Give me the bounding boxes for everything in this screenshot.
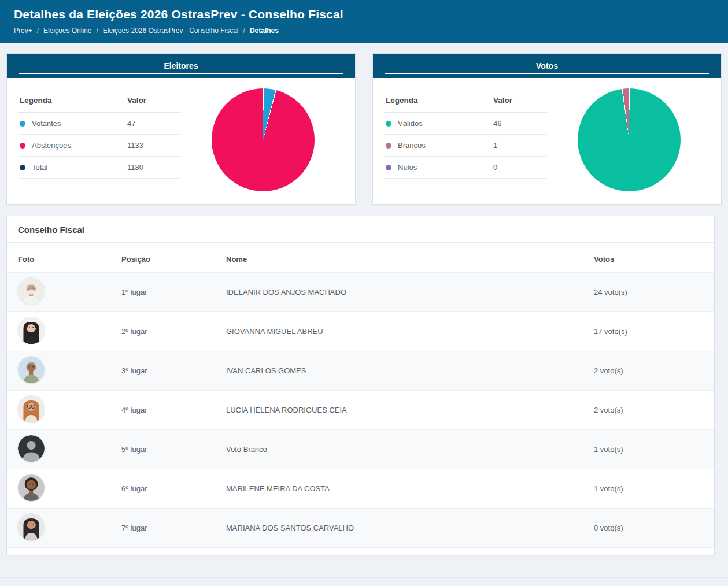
legend-label: Abstenções (32, 141, 71, 150)
legend-row: Abstenções 1133 (18, 135, 181, 157)
table-row: 4º lugar LUCIA HELENA RODRIGUES CEIA 2 v… (7, 391, 714, 430)
votos-card-body: Legenda Valor Válidos 46 Brancos 1 Nulos… (373, 78, 721, 204)
breadcrumb-separator: / (96, 27, 98, 35)
results-table: Foto Posição Nome Votos 1º lugar IDELANI… (7, 243, 714, 548)
votes-cell: 2 voto(s) (589, 351, 714, 391)
column-header-nome: Nome (221, 243, 589, 273)
table-row: 5º lugar Voto Branco 1 voto(s) (7, 430, 714, 469)
legend-color-dot (20, 143, 25, 149)
position-cell: 1º lugar (117, 273, 221, 312)
breadcrumb-item[interactable]: Eleições 2026 OstrasPrev - Conselho Fisc… (103, 27, 239, 35)
legend-row: Brancos 1 (384, 135, 547, 157)
candidate-photo (18, 317, 45, 344)
name-cell: GIOVANNA MIGUEL ABREU (221, 312, 589, 351)
votos-card-header: Votos (373, 54, 721, 78)
name-cell: Voto Branco (221, 430, 589, 469)
legend-row: Total 1180 (18, 157, 181, 179)
candidate-photo (18, 514, 45, 540)
candidate-photo (18, 396, 45, 422)
eleitores-card-title: Eleitores (164, 61, 198, 71)
legend-row: Válidos 46 (384, 113, 547, 135)
legend-row: Nulos 0 (384, 157, 547, 179)
legend-column-label: Legenda (20, 96, 127, 105)
candidate-photo (18, 435, 45, 462)
votes-cell: 0 voto(s) (589, 509, 714, 548)
eleitores-card: Eleitores Legenda Valor Votantes 47 Abst… (6, 53, 356, 205)
candidate-photo (18, 278, 45, 305)
eleitores-pie-chart (212, 88, 315, 191)
legend-color-dot (20, 121, 25, 127)
eleitores-legend: Legenda Valor Votantes 47 Abstenções 113… (18, 91, 181, 191)
name-cell: MARIANA DOS SANTOS CARVALHO (221, 509, 589, 548)
votos-legend-rows: Válidos 46 Brancos 1 Nulos 0 (384, 113, 547, 179)
name-cell: IVAN CARLOS GOMES (221, 351, 589, 391)
candidate-photo (18, 357, 45, 383)
summary-cards-row: Eleitores Legenda Valor Votantes 47 Abst… (6, 53, 722, 205)
votes-cell: 17 voto(s) (589, 312, 714, 351)
breadcrumb: Prev+/Eleições Online/Eleições 2026 Ostr… (14, 27, 714, 35)
app-footer: 3PREV Gestão Previdenciária - v1.2.3 (0, 577, 728, 586)
legend-label: Votantes (32, 119, 61, 128)
votes-cell: 2 voto(s) (589, 391, 714, 430)
votos-pie-area (547, 88, 711, 191)
table-row: 1º lugar IDELANIR DOS ANJOS MACHADO 24 v… (7, 273, 714, 312)
breadcrumb-separator: / (243, 27, 245, 35)
legend-value: 1133 (127, 141, 179, 150)
name-cell: LUCIA HELENA RODRIGUES CEIA (221, 391, 589, 430)
column-header-posicao: Posição (117, 243, 221, 273)
position-cell: 5º lugar (117, 430, 221, 469)
votes-cell: 1 voto(s) (589, 430, 714, 469)
results-table-header-row: Foto Posição Nome Votos (7, 243, 714, 273)
votos-legend: Legenda Valor Válidos 46 Brancos 1 Nulos… (384, 91, 547, 191)
position-cell: 4º lugar (117, 391, 221, 430)
legend-value: 1180 (127, 163, 179, 172)
value-column-label: Valor (127, 96, 179, 105)
legend-color-dot (386, 143, 391, 149)
breadcrumb-item[interactable]: Prev+ (14, 27, 32, 35)
column-header-foto: Foto (7, 243, 117, 273)
legend-label: Brancos (398, 141, 426, 150)
votos-card: Votos Legenda Valor Válidos 46 Brancos 1… (372, 53, 722, 205)
name-cell: MARILENE MEIRA DA COSTA (221, 469, 589, 509)
legend-color-dot (20, 165, 25, 170)
breadcrumb-item[interactable]: Eleições Online (43, 27, 91, 35)
value-column-label: Valor (493, 96, 545, 105)
legend-color-dot (386, 121, 391, 127)
legend-value: 1 (493, 141, 545, 150)
table-row: 2º lugar GIOVANNA MIGUEL ABREU 17 voto(s… (7, 312, 714, 351)
table-row: 6º lugar MARILENE MEIRA DA COSTA 1 voto(… (7, 469, 714, 509)
table-row: 7º lugar MARIANA DOS SANTOS CARVALHO 0 v… (7, 509, 714, 548)
eleitores-card-body: Legenda Valor Votantes 47 Abstenções 113… (7, 78, 355, 204)
legend-label: Válidos (398, 119, 423, 128)
column-header-votos: Votos (589, 243, 714, 273)
breadcrumb-item: Detalhes (250, 27, 279, 35)
votes-cell: 1 voto(s) (589, 469, 714, 509)
eleitores-legend-rows: Votantes 47 Abstenções 1133 Total 1180 (18, 113, 181, 179)
position-cell: 2º lugar (117, 312, 221, 351)
table-row: 3º lugar IVAN CARLOS GOMES 2 voto(s) (7, 351, 714, 391)
votos-pie-chart (578, 88, 681, 191)
page-header: Detalhes da Eleições 2026 OstrasPrev - C… (0, 0, 728, 43)
legend-label: Nulos (398, 163, 417, 172)
legend-value: 0 (493, 163, 545, 172)
legend-row: Votantes 47 (18, 113, 181, 135)
page-title: Detalhes da Eleições 2026 OstrasPrev - C… (14, 8, 714, 21)
legend-value: 47 (127, 119, 179, 128)
breadcrumb-separator: / (37, 27, 39, 35)
eleitores-legend-header: Legenda Valor (18, 91, 181, 113)
legend-color-dot (386, 165, 391, 170)
legend-value: 46 (493, 119, 545, 128)
conselho-fiscal-card: Conselho Fiscal Foto Posição Nome Votos … (6, 216, 715, 555)
eleitores-card-header: Eleitores (7, 54, 355, 78)
votes-cell: 24 voto(s) (589, 273, 714, 312)
conselho-fiscal-title: Conselho Fiscal (7, 216, 714, 243)
candidate-photo (18, 474, 45, 501)
votos-legend-header: Legenda Valor (384, 91, 547, 113)
eleitores-pie-area (181, 88, 345, 191)
legend-label: Total (32, 163, 47, 172)
position-cell: 6º lugar (117, 469, 221, 509)
position-cell: 3º lugar (117, 351, 221, 391)
legend-column-label: Legenda (386, 96, 493, 105)
name-cell: IDELANIR DOS ANJOS MACHADO (221, 273, 589, 312)
position-cell: 7º lugar (117, 509, 221, 548)
